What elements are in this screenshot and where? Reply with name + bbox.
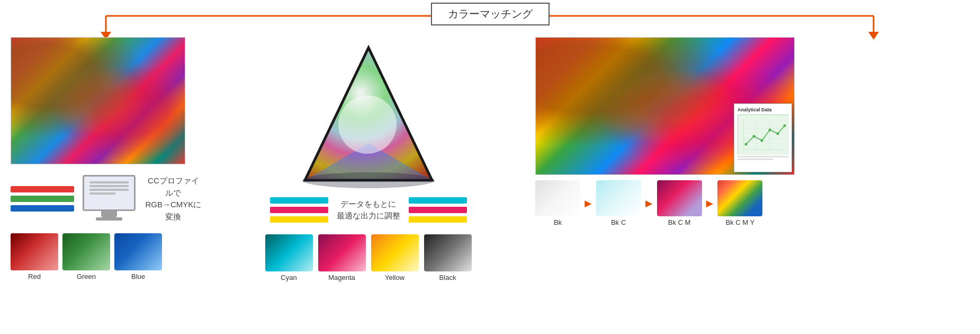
section-left: CCプロファイルで RGB→CMYKに変換 Red Green Blue [11,37,201,280]
input-yarn-image [11,38,185,164]
swatch-yellow-label: Yellow [371,274,419,282]
section-middle: データをもとに 最適な出力に調整 Cyan Magenta [204,37,533,282]
output-swatch-bkc [596,180,641,216]
left-desc-line2: RGB→CMYKに変換 [144,199,203,223]
left-desc-line1: CCプロファイルで [144,175,203,199]
doc-line-1 [738,156,788,157]
monitor-line-1 [89,181,129,183]
output-swatch-bk-container: Bk [535,180,580,226]
green-bar [11,196,74,202]
svg-rect-17 [738,115,789,155]
swatch-black-label: Black [424,274,472,282]
output-swatch-bkcmy [717,180,762,216]
middle-desc-line1: データをもとに [337,198,400,210]
doc-line-2 [738,159,773,160]
yellow-bar [270,216,328,223]
left-desc-text: CCプロファイルで RGB→CMYKに変換 [144,175,203,223]
output-swatch-bk [535,180,580,216]
swatch-red-container: Red [11,233,58,280]
section-right: Analytical Data [535,37,969,226]
cyan-bar [270,197,328,204]
cmyk-output-bars [409,197,467,223]
output-swatch-bkcm-label: Bk C M [657,218,702,226]
swatch-green-label: Green [62,273,110,280]
swatch-cyan-container: Cyan [265,234,313,282]
analytical-doc-lines [738,156,788,160]
monitor-line-3 [89,189,129,191]
svg-point-25 [753,135,756,138]
output-swatch-bkc-container: Bk C [596,180,641,226]
swatch-green [62,233,110,270]
swatch-blue [114,233,162,270]
svg-point-28 [777,133,779,135]
analytical-data-title: Analytical Data [738,107,788,112]
swatch-blue-container: Blue [114,233,162,280]
swatch-yellow-container: Yellow [371,234,419,282]
magenta-bar [270,207,328,213]
blue-bar [11,205,74,212]
output-photo-wrapper: Analytical Data [535,37,795,175]
swatch-magenta-label: Magenta [318,274,366,282]
monitor-base [96,217,122,221]
svg-point-26 [761,139,763,142]
gamut-diagram [289,37,448,196]
monitor-line-4 [89,192,115,195]
swatch-blue-label: Blue [114,273,162,280]
swatch-yellow [371,234,419,271]
monitor-screen-content [84,177,134,199]
analytical-data-doc: Analytical Data [734,103,792,172]
swatch-black-container: Black [424,234,472,282]
page-title: カラーマッチング [431,3,550,25]
left-desc-area: CCプロファイルで RGB→CMYKに変換 [11,170,203,228]
output-swatch-bkcm [657,180,702,216]
output-swatches-row: Bk ► Bk C ► Bk C M ► Bk C M Y [535,180,762,226]
swatch-cyan [265,234,313,271]
monitor-line-2 [89,185,129,187]
magenta-out-bar [409,207,467,213]
right-top-area: Analytical Data [535,37,795,175]
output-swatch-bkcmy-label: Bk C M Y [717,218,762,226]
swatch-red [11,233,58,270]
middle-desc-text: データをもとに 最適な出力に調整 [337,198,400,222]
swatch-cyan-label: Cyan [265,274,313,282]
swatch-black [424,234,472,271]
middle-desc-area: データをもとに 最適な出力に調整 [270,191,467,229]
output-swatch-bk-label: Bk [535,218,580,226]
main-layout: CCプロファイルで RGB→CMYKに変換 Red Green Blue [0,37,980,334]
swatch-magenta-container: Magenta [318,234,366,282]
middle-desc-line2: 最適な出力に調整 [337,210,400,222]
svg-point-27 [769,129,771,131]
analytical-chart-svg [738,115,789,155]
cmyk-bars [270,197,328,223]
monitor-stand [101,211,117,217]
monitor-icon [83,175,136,223]
output-arrow-3: ► [704,197,716,210]
swatch-red-label: Red [11,273,58,280]
gamut-svg [289,37,448,196]
output-swatch-bkcm-container: Bk C M [657,180,702,226]
yellow-out-bar [409,216,467,223]
cyan-out-bar [409,197,467,204]
rgb-swatches: Red Green Blue [11,233,162,280]
monitor-screen [83,175,136,211]
svg-point-24 [745,143,748,146]
output-arrow-1: ► [582,197,594,210]
red-bar [11,186,74,192]
rgb-bars [11,186,74,212]
svg-point-16 [302,172,435,188]
svg-point-12 [338,95,397,154]
cmyk-swatches: Cyan Magenta Yellow Black [265,234,472,282]
analytical-data-chart [738,115,788,154]
swatch-green-container: Green [62,233,110,280]
output-swatch-bkc-label: Bk C [596,218,641,226]
output-arrow-2: ► [643,197,655,210]
svg-point-29 [784,125,786,127]
input-photo [11,37,185,164]
output-swatch-bkcmy-container: Bk C M Y [717,180,762,226]
swatch-magenta [318,234,366,271]
